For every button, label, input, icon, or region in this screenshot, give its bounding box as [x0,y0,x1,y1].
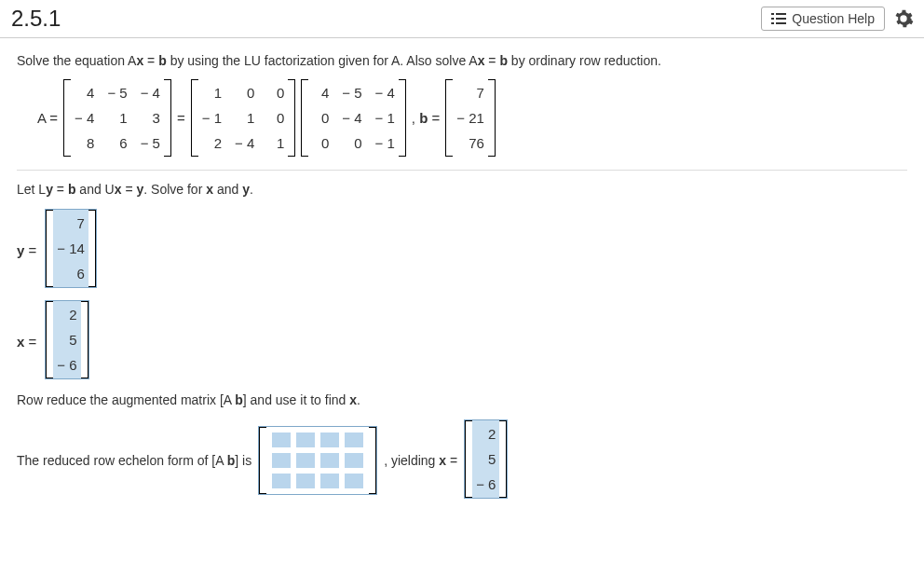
matrix-A: 4− 5− 4 − 413 86− 5 [63,79,171,157]
matrix-input-cell[interactable] [345,433,363,447]
cell: 0 [312,135,329,151]
cell: 1 [267,135,284,151]
cell: − 4 [342,110,361,126]
cell: − 5 [107,85,127,101]
cell: 5 [476,451,496,467]
cell: − 14 [57,240,85,256]
cell: − 4 [375,85,395,101]
question-help-label: Question Help [792,11,875,26]
vector-b: 7 − 21 76 [445,79,496,157]
matrix-input-cell[interactable] [320,433,339,447]
final-mid-text: , yielding x = [384,453,457,468]
cell: − 1 [375,135,395,151]
content-area: Solve the equation Ax = b by using the L… [0,38,924,512]
cell: 2 [202,135,222,151]
matrix-input-cell[interactable] [272,453,291,468]
y-label: y = [17,242,36,258]
cell: 1 [107,110,127,126]
equation-row: A = 4− 5− 4 − 413 86− 5 = 100 − 110 2− 4… [37,79,907,157]
svg-rect-0 [771,13,774,15]
A-label: A = [37,110,58,126]
cell: − 4 [141,85,160,101]
cell: 76 [456,135,484,151]
cell: 8 [75,135,94,151]
matrix-input-cell[interactable] [272,474,291,488]
matrix-input-cell[interactable] [272,433,291,447]
gear-icon [893,8,914,29]
cell: − 6 [57,357,76,373]
divider [17,170,907,171]
cell: − 6 [476,476,496,492]
step1-text: Let Ly = b and Ux = y. Solve for x and y… [17,182,907,197]
cell: 0 [312,110,329,126]
cell: 1 [202,85,222,101]
question-number: 2.5.1 [7,4,64,34]
cell: 0 [267,85,284,101]
cell: 4 [312,85,329,101]
final-pre-text: The reduced row echelon form of [A b] is [17,453,251,468]
x-label: x = [17,334,36,350]
svg-rect-1 [776,13,786,15]
y-row: y = 7 − 14 6 [17,210,907,290]
header-bar: 2.5.1 Question Help [0,0,924,38]
cell: 2 [57,307,76,323]
matrix-U: 4− 5− 4 0− 4− 1 00− 1 [301,79,406,157]
x-answer-box[interactable]: 2 5 − 6 [46,301,88,381]
header-actions: Question Help [761,6,917,32]
cell: 0 [267,110,284,126]
final-row: The reduced row echelon form of [A b] is… [17,420,907,501]
cell: 4 [75,85,94,101]
cell: 0 [342,135,361,151]
b-label: , b = [412,110,440,126]
matrix-input-cell[interactable] [296,453,315,468]
cell: 0 [235,85,254,101]
matrix-input-cell[interactable] [345,453,363,468]
matrix-input-cell[interactable] [320,474,339,488]
svg-rect-5 [776,22,786,24]
matrix-L: 100 − 110 2− 41 [191,79,296,157]
y-answer-box[interactable]: 7 − 14 6 [46,210,96,290]
equals-sign: = [177,110,185,126]
svg-rect-4 [771,22,774,24]
svg-rect-3 [776,18,786,20]
matrix-input-cell[interactable] [345,474,363,488]
cell: − 5 [141,135,160,151]
step2-text: Row reduce the augmented matrix [A b] an… [17,392,907,407]
cell: 6 [57,266,85,282]
cell: − 21 [456,110,484,126]
svg-rect-2 [771,18,774,20]
x2-answer-box[interactable]: 2 5 − 6 [465,420,507,501]
cell: 6 [107,135,127,151]
x-row: x = 2 5 − 6 [17,301,907,381]
cell: − 4 [75,110,94,126]
matrix-input-cell[interactable] [296,433,315,447]
cell: 1 [235,110,254,126]
question-help-button[interactable]: Question Help [761,7,885,31]
cell: 7 [57,215,85,231]
instruction-text: Solve the equation Ax = b by using the L… [17,53,907,68]
cell: − 1 [202,110,222,126]
cell: 3 [141,110,160,126]
list-icon [771,12,786,25]
cell: 2 [476,426,496,442]
matrix-input-cell[interactable] [320,453,339,468]
cell: − 4 [235,135,254,151]
cell: − 1 [375,110,395,126]
settings-button[interactable] [890,6,917,32]
cell: − 5 [342,85,361,101]
matrix-input-cell[interactable] [296,474,315,488]
cell: 7 [456,85,484,101]
rref-input-matrix[interactable] [259,427,376,494]
cell: 5 [57,332,76,348]
